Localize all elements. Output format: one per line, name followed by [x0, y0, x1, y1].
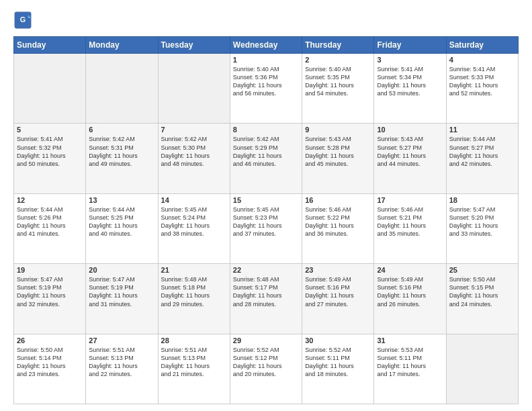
- day-number: 1: [233, 56, 299, 64]
- day-number: 25: [449, 266, 515, 274]
- calendar-cell: 27Sunrise: 5:51 AM Sunset: 5:13 PM Dayli…: [86, 334, 158, 404]
- day-info: Sunrise: 5:51 AM Sunset: 5:13 PM Dayligh…: [161, 346, 227, 379]
- calendar-cell: [14, 54, 86, 124]
- day-info: Sunrise: 5:44 AM Sunset: 5:26 PM Dayligh…: [17, 205, 83, 238]
- weekday-monday: Monday: [86, 37, 158, 54]
- day-number: 15: [233, 196, 299, 204]
- calendar-cell: 25Sunrise: 5:50 AM Sunset: 5:15 PM Dayli…: [446, 264, 518, 334]
- day-info: Sunrise: 5:50 AM Sunset: 5:14 PM Dayligh…: [17, 346, 83, 379]
- day-number: 21: [161, 266, 227, 274]
- calendar-cell: 17Sunrise: 5:46 AM Sunset: 5:21 PM Dayli…: [374, 193, 446, 263]
- calendar-cell: 8Sunrise: 5:42 AM Sunset: 5:29 PM Daylig…: [230, 124, 302, 193]
- day-info: Sunrise: 5:49 AM Sunset: 5:16 PM Dayligh…: [305, 275, 371, 308]
- day-number: 3: [377, 56, 443, 64]
- calendar-cell: 1Sunrise: 5:40 AM Sunset: 5:36 PM Daylig…: [230, 54, 302, 124]
- day-info: Sunrise: 5:53 AM Sunset: 5:11 PM Dayligh…: [377, 346, 443, 379]
- calendar-cell: 22Sunrise: 5:48 AM Sunset: 5:17 PM Dayli…: [230, 264, 302, 334]
- weekday-header-row: SundayMondayTuesdayWednesdayThursdayFrid…: [14, 37, 519, 54]
- day-number: 18: [449, 196, 515, 204]
- day-number: 28: [161, 336, 227, 345]
- weekday-saturday: Saturday: [446, 37, 518, 54]
- day-number: 2: [305, 56, 371, 64]
- calendar-cell: 18Sunrise: 5:47 AM Sunset: 5:20 PM Dayli…: [446, 193, 518, 263]
- calendar-cell: 16Sunrise: 5:46 AM Sunset: 5:22 PM Dayli…: [302, 193, 374, 263]
- calendar-cell: 2Sunrise: 5:40 AM Sunset: 5:35 PM Daylig…: [302, 54, 374, 124]
- day-info: Sunrise: 5:44 AM Sunset: 5:27 PM Dayligh…: [449, 135, 515, 168]
- day-number: 23: [305, 266, 371, 274]
- day-info: Sunrise: 5:41 AM Sunset: 5:32 PM Dayligh…: [17, 135, 83, 168]
- day-info: Sunrise: 5:44 AM Sunset: 5:25 PM Dayligh…: [89, 205, 154, 238]
- day-info: Sunrise: 5:50 AM Sunset: 5:15 PM Dayligh…: [449, 275, 515, 308]
- calendar-cell: 15Sunrise: 5:45 AM Sunset: 5:23 PM Dayli…: [230, 193, 302, 263]
- week-row-4: 19Sunrise: 5:47 AM Sunset: 5:19 PM Dayli…: [14, 264, 519, 334]
- svg-text:G: G: [20, 15, 26, 24]
- day-info: Sunrise: 5:47 AM Sunset: 5:19 PM Dayligh…: [17, 275, 83, 308]
- calendar-cell: [86, 54, 158, 124]
- calendar-cell: 20Sunrise: 5:47 AM Sunset: 5:19 PM Dayli…: [86, 264, 158, 334]
- day-info: Sunrise: 5:45 AM Sunset: 5:24 PM Dayligh…: [161, 205, 227, 238]
- calendar-cell: 28Sunrise: 5:51 AM Sunset: 5:13 PM Dayli…: [158, 334, 230, 404]
- day-number: 10: [377, 126, 443, 134]
- day-number: 30: [305, 336, 371, 345]
- calendar-cell: 7Sunrise: 5:42 AM Sunset: 5:30 PM Daylig…: [158, 124, 230, 193]
- day-number: 19: [17, 266, 83, 274]
- day-info: Sunrise: 5:46 AM Sunset: 5:21 PM Dayligh…: [377, 205, 443, 238]
- calendar-cell: 21Sunrise: 5:48 AM Sunset: 5:18 PM Dayli…: [158, 264, 230, 334]
- header: G: [13, 11, 519, 30]
- day-number: 6: [89, 126, 154, 134]
- weekday-tuesday: Tuesday: [158, 37, 230, 54]
- day-number: 7: [161, 126, 227, 134]
- day-number: 12: [17, 196, 83, 204]
- day-info: Sunrise: 5:48 AM Sunset: 5:17 PM Dayligh…: [233, 275, 299, 308]
- day-info: Sunrise: 5:51 AM Sunset: 5:13 PM Dayligh…: [89, 346, 154, 379]
- week-row-3: 12Sunrise: 5:44 AM Sunset: 5:26 PM Dayli…: [14, 193, 519, 263]
- week-row-2: 5Sunrise: 5:41 AM Sunset: 5:32 PM Daylig…: [14, 124, 519, 193]
- day-number: 26: [17, 336, 83, 345]
- day-number: 13: [89, 196, 154, 204]
- weekday-wednesday: Wednesday: [230, 37, 302, 54]
- day-number: 9: [305, 126, 371, 134]
- day-info: Sunrise: 5:40 AM Sunset: 5:35 PM Dayligh…: [305, 65, 371, 98]
- week-row-1: 1Sunrise: 5:40 AM Sunset: 5:36 PM Daylig…: [14, 54, 519, 124]
- day-info: Sunrise: 5:43 AM Sunset: 5:27 PM Dayligh…: [377, 135, 443, 168]
- calendar-cell: 10Sunrise: 5:43 AM Sunset: 5:27 PM Dayli…: [374, 124, 446, 193]
- day-info: Sunrise: 5:42 AM Sunset: 5:30 PM Dayligh…: [161, 135, 227, 168]
- page: G SundayMondayTuesdayWednesdayThursdayFr…: [0, 0, 532, 411]
- day-number: 5: [17, 126, 83, 134]
- day-info: Sunrise: 5:41 AM Sunset: 5:34 PM Dayligh…: [377, 65, 443, 98]
- day-info: Sunrise: 5:45 AM Sunset: 5:23 PM Dayligh…: [233, 205, 299, 238]
- calendar-cell: 3Sunrise: 5:41 AM Sunset: 5:34 PM Daylig…: [374, 54, 446, 124]
- day-info: Sunrise: 5:52 AM Sunset: 5:11 PM Dayligh…: [305, 346, 371, 379]
- calendar-cell: 19Sunrise: 5:47 AM Sunset: 5:19 PM Dayli…: [14, 264, 86, 334]
- weekday-thursday: Thursday: [302, 37, 374, 54]
- calendar-cell: 9Sunrise: 5:43 AM Sunset: 5:28 PM Daylig…: [302, 124, 374, 193]
- calendar-cell: 6Sunrise: 5:42 AM Sunset: 5:31 PM Daylig…: [86, 124, 158, 193]
- calendar-cell: 12Sunrise: 5:44 AM Sunset: 5:26 PM Dayli…: [14, 193, 86, 263]
- day-info: Sunrise: 5:43 AM Sunset: 5:28 PM Dayligh…: [305, 135, 371, 168]
- logo: G: [13, 11, 35, 30]
- day-info: Sunrise: 5:52 AM Sunset: 5:12 PM Dayligh…: [233, 346, 299, 379]
- day-info: Sunrise: 5:42 AM Sunset: 5:31 PM Dayligh…: [89, 135, 154, 168]
- calendar-cell: 11Sunrise: 5:44 AM Sunset: 5:27 PM Dayli…: [446, 124, 518, 193]
- day-info: Sunrise: 5:42 AM Sunset: 5:29 PM Dayligh…: [233, 135, 299, 168]
- day-info: Sunrise: 5:49 AM Sunset: 5:16 PM Dayligh…: [377, 275, 443, 308]
- day-number: 17: [377, 196, 443, 204]
- calendar-cell: 31Sunrise: 5:53 AM Sunset: 5:11 PM Dayli…: [374, 334, 446, 404]
- calendar-cell: 4Sunrise: 5:41 AM Sunset: 5:33 PM Daylig…: [446, 54, 518, 124]
- calendar-table: SundayMondayTuesdayWednesdayThursdayFrid…: [13, 36, 519, 404]
- day-info: Sunrise: 5:40 AM Sunset: 5:36 PM Dayligh…: [233, 65, 299, 98]
- logo-icon: G: [13, 11, 32, 30]
- calendar-cell: 13Sunrise: 5:44 AM Sunset: 5:25 PM Dayli…: [86, 193, 158, 263]
- day-number: 16: [305, 196, 371, 204]
- day-number: 4: [449, 56, 515, 64]
- day-number: 20: [89, 266, 154, 274]
- day-number: 8: [233, 126, 299, 134]
- calendar-cell: [158, 54, 230, 124]
- day-number: 29: [233, 336, 299, 345]
- day-info: Sunrise: 5:48 AM Sunset: 5:18 PM Dayligh…: [161, 275, 227, 308]
- day-info: Sunrise: 5:47 AM Sunset: 5:19 PM Dayligh…: [89, 275, 154, 308]
- calendar-cell: 14Sunrise: 5:45 AM Sunset: 5:24 PM Dayli…: [158, 193, 230, 263]
- calendar-cell: [446, 334, 518, 404]
- weekday-friday: Friday: [374, 37, 446, 54]
- day-info: Sunrise: 5:47 AM Sunset: 5:20 PM Dayligh…: [449, 205, 515, 238]
